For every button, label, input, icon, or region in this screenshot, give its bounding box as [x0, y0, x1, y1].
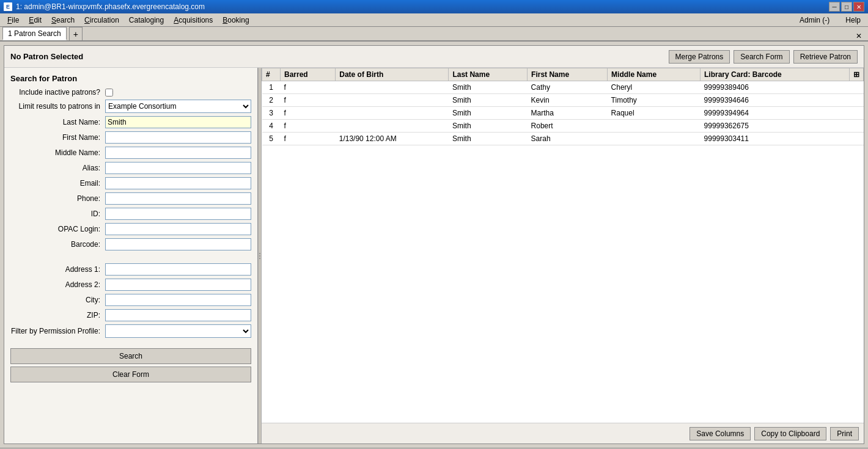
col-header-num[interactable]: #: [262, 68, 281, 81]
merge-patrons-button[interactable]: Merge Patrons: [669, 50, 730, 64]
address1-input[interactable]: [105, 263, 251, 276]
patron-header: No Patron Selected Merge Patrons Search …: [4, 46, 864, 68]
main-content: No Patron Selected Merge Patrons Search …: [4, 45, 864, 444]
middle-name-input[interactable]: [105, 147, 251, 159]
cell-lastname: Smith: [449, 81, 528, 94]
menu-cataloging[interactable]: Cataloging: [124, 13, 169, 26]
cell-barcode: 99999389406: [701, 81, 850, 94]
cell-barred: f: [281, 107, 336, 120]
email-input[interactable]: [105, 177, 251, 189]
col-header-middlename[interactable]: Middle Name: [608, 68, 701, 81]
col-resize-handle[interactable]: ⊞: [850, 68, 864, 81]
results-panel: # Barred Date of Birth Last Name First N…: [262, 68, 864, 444]
barcode-input[interactable]: [105, 238, 251, 250]
limit-results-select[interactable]: Example Consortium BR1 BR2 BR3 BM1: [105, 100, 251, 113]
menu-admin[interactable]: Admin (-): [795, 15, 834, 26]
search-button[interactable]: Search: [10, 348, 251, 364]
col-header-firstname[interactable]: First Name: [528, 68, 608, 81]
menu-help[interactable]: Help: [840, 15, 866, 26]
tab-label: 1 Patron Search: [8, 29, 61, 38]
cell-num: 1: [262, 81, 281, 94]
col-header-dob[interactable]: Date of Birth: [336, 68, 449, 81]
cell-num: 5: [262, 133, 281, 145]
cell-dob: [336, 81, 449, 94]
table-row[interactable]: 1 f Smith Cathy Cheryl 99999389406: [262, 81, 864, 94]
cell-middlename: Timothy: [608, 94, 701, 107]
table-row[interactable]: 2 f Smith Kevin Timothy 99999394646: [262, 94, 864, 107]
cell-firstname: Martha: [528, 107, 608, 120]
limit-results-row: Limit results to patrons in Example Cons…: [10, 100, 251, 113]
menu-circulation[interactable]: Circulation: [79, 13, 124, 26]
cell-barred: f: [281, 120, 336, 133]
email-label: Email:: [10, 179, 105, 188]
cell-lastname: Smith: [449, 94, 528, 107]
first-name-label: First Name:: [10, 133, 105, 142]
add-tab-button[interactable]: +: [69, 27, 83, 40]
cell-lastname: Smith: [449, 107, 528, 120]
col-header-barred[interactable]: Barred: [281, 68, 336, 81]
cell-barcode: 99999394646: [701, 94, 850, 107]
city-input[interactable]: [105, 294, 251, 306]
zip-input[interactable]: [105, 309, 251, 321]
tab-close-button[interactable]: ✕: [856, 32, 866, 40]
id-label: ID:: [10, 210, 105, 218]
patron-status: No Patron Selected: [10, 52, 83, 61]
include-inactive-label: Include inactive patrons?: [10, 88, 105, 97]
opac-login-input[interactable]: [105, 223, 251, 235]
menu-bar: File Edit Search Circulation Cataloging …: [0, 13, 868, 27]
limit-results-label: Limit results to patrons in: [10, 102, 105, 111]
menu-booking[interactable]: Booking: [218, 13, 254, 26]
address2-input[interactable]: [105, 279, 251, 291]
col-header-lastname[interactable]: Last Name: [449, 68, 528, 81]
cell-firstname: Kevin: [528, 94, 608, 107]
print-button[interactable]: Print: [830, 427, 859, 440]
cell-dob: [336, 94, 449, 107]
menu-search[interactable]: Search: [46, 13, 79, 26]
tab-patron-search[interactable]: 1 Patron Search: [2, 27, 67, 40]
copy-to-clipboard-button[interactable]: Copy to Clipboard: [754, 427, 826, 440]
cell-barred: f: [281, 133, 336, 145]
cell-barred: f: [281, 81, 336, 94]
maximize-button[interactable]: □: [841, 2, 852, 12]
city-label: City:: [10, 296, 105, 304]
id-input[interactable]: [105, 208, 251, 220]
cell-barcode: 99999394964: [701, 107, 850, 120]
first-name-input[interactable]: [105, 131, 251, 144]
menu-file[interactable]: File: [2, 13, 24, 26]
cell-firstname: Cathy: [528, 81, 608, 94]
col-header-barcode[interactable]: Library Card: Barcode: [701, 68, 850, 81]
clear-form-button[interactable]: Clear Form: [10, 367, 251, 382]
include-inactive-checkbox[interactable]: [105, 89, 113, 97]
phone-label: Phone:: [10, 194, 105, 203]
email-row: Email:: [10, 177, 251, 189]
alias-input[interactable]: [105, 162, 251, 174]
phone-input[interactable]: [105, 192, 251, 205]
table-header-row: # Barred Date of Birth Last Name First N…: [262, 68, 864, 81]
cell-firstname: Robert: [528, 120, 608, 133]
results-scroll[interactable]: # Barred Date of Birth Last Name First N…: [262, 68, 864, 423]
menu-acquisitions[interactable]: Acquisitions: [169, 13, 218, 26]
search-form-button[interactable]: Search Form: [734, 50, 789, 64]
close-button[interactable]: ✕: [853, 2, 864, 12]
cell-lastname: Smith: [449, 120, 528, 133]
permission-profile-select[interactable]: [105, 324, 251, 338]
opac-login-label: OPAC Login:: [10, 225, 105, 233]
last-name-input[interactable]: [105, 116, 251, 128]
menu-edit[interactable]: Edit: [24, 13, 46, 26]
cell-num: 2: [262, 94, 281, 107]
table-row[interactable]: 5 f 1/13/90 12:00 AM Smith Sarah 9999930…: [262, 133, 864, 145]
search-panel-title: Search for Patron: [10, 74, 251, 83]
address2-row: Address 2:: [10, 279, 251, 291]
include-inactive-row: Include inactive patrons?: [10, 88, 251, 97]
cell-num: 4: [262, 120, 281, 133]
retrieve-patron-button[interactable]: Retrieve Patron: [793, 50, 858, 64]
minimize-button[interactable]: ─: [829, 2, 840, 12]
save-columns-button[interactable]: Save Columns: [690, 427, 751, 440]
table-row[interactable]: 3 f Smith Martha Raquel 99999394964: [262, 107, 864, 120]
cell-middlename: [608, 120, 701, 133]
title-bar: E 1: admin@BR1-winxpvmfx.phasefx.evergre…: [0, 0, 868, 13]
address1-label: Address 1:: [10, 265, 105, 274]
table-row[interactable]: 4 f Smith Robert 99999362675: [262, 120, 864, 133]
cell-dob: [336, 120, 449, 133]
city-row: City:: [10, 294, 251, 306]
